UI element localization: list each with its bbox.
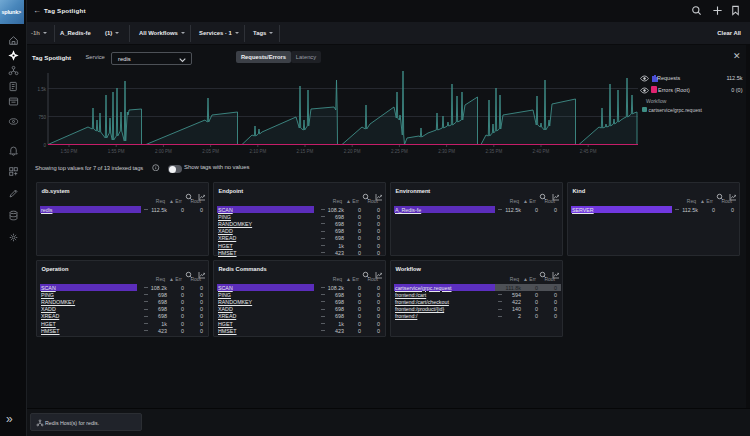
svg-text:2:15 PM: 2:15 PM [297, 149, 314, 154]
svg-text:1:55 PM: 1:55 PM [108, 149, 125, 154]
svg-text:2:00 PM: 2:00 PM [155, 149, 172, 154]
svg-text:2:20 PM: 2:20 PM [344, 149, 361, 154]
svg-text:2:10 PM: 2:10 PM [249, 149, 266, 154]
svg-text:0: 0 [43, 143, 46, 148]
svg-text:2:25 PM: 2:25 PM [391, 149, 408, 154]
svg-text:2:05 PM: 2:05 PM [202, 149, 219, 154]
svg-text:1:50 PM: 1:50 PM [61, 149, 78, 154]
svg-text:2:40 PM: 2:40 PM [533, 149, 550, 154]
svg-text:1.5k: 1.5k [37, 87, 46, 92]
svg-text:2:45 PM: 2:45 PM [580, 149, 597, 154]
svg-text:2:35 PM: 2:35 PM [485, 149, 502, 154]
svg-text:750: 750 [38, 115, 46, 120]
svg-text:2:30 PM: 2:30 PM [438, 149, 455, 154]
